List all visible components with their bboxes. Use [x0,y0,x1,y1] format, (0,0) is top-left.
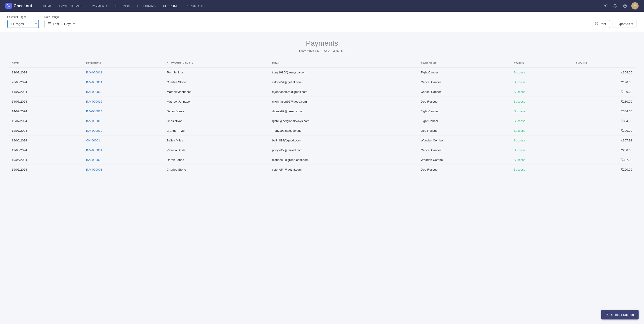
contact-support-button[interactable]: Contact Support [601,310,638,320]
cell-payment[interactable]: CN-00001 [84,136,164,145]
nav-payment-pages[interactable]: PAYMENT PAGES [56,0,88,12]
cell-page: Cancel Cancer [418,145,511,155]
cell-email: pboyle27@cuvod.com [269,145,418,155]
nav-reports[interactable]: REPORTS ▾ [182,0,206,12]
cell-date: 11/07/2024 [9,87,84,97]
navbar: Checkout HOME PAYMENT PAGES PAYMENTS REF… [0,0,644,12]
export-button[interactable]: Export As ▾ [612,20,637,28]
cell-date: 12/07/2024 [9,67,84,77]
date-range-button[interactable]: Last 30 Days ▾ [44,20,78,28]
cell-payment[interactable]: INV-000015 [84,97,164,106]
table-row: 11/07/2024 INV-000009 Mathew Johnason mj… [9,87,635,97]
reports-arrow-icon: ▾ [201,4,202,8]
cell-email: tiony1985@armyspy.com [269,67,418,77]
cell-customer: Tom Jenkins [164,67,269,77]
contact-support-label: Contact Support [611,313,634,317]
table-header: DATE PAYMENT # CUSTOMER NAME ⬍ EMAIL PAG… [9,60,635,67]
cell-date: 19/06/2024 [9,165,84,174]
cell-amount: ₹200.00 [573,145,635,155]
col-header-customer[interactable]: CUSTOMER NAME ⬍ [164,60,269,67]
main-content: Payments From 2024-06-16 to 2024-07-15. … [0,32,644,182]
nav-recurring[interactable]: RECURRING [134,0,159,12]
nav-right [602,2,638,9]
export-arrow-icon: ▾ [631,22,633,26]
table-row: 14/07/2024 INV-000014 Daren Jones djones… [9,106,635,116]
cell-status: Success [511,165,573,174]
col-header-page: PAGE NAME [418,60,511,67]
cell-page: Dog Rescue [418,126,511,136]
table-row: 19/06/2024 INV-000002 Daren Jones djones… [9,155,635,165]
cell-amount: ₹354.00 [573,106,635,116]
nav-home[interactable]: HOME [39,0,56,12]
cell-date: 14/07/2024 [9,106,84,116]
cell-email: djones89@green.com [269,106,418,116]
nav-payments[interactable]: PAYMENTS [88,0,112,12]
table-body: 12/07/2024 INV-000011 Tom Jenkins tiony1… [9,67,635,174]
page-heading: Payments From 2024-06-16 to 2024-07-15. [9,39,635,53]
cell-date: 19/06/2024 [9,136,84,145]
svg-rect-6 [48,22,51,25]
cell-email: djones89@green.com.com [269,155,418,165]
cell-payment[interactable]: INV-000001 [84,145,164,155]
cell-status: Success [511,67,573,77]
payments-table: DATE PAYMENT # CUSTOMER NAME ⬍ EMAIL PAG… [9,60,635,174]
print-icon [595,22,598,26]
payment-pages-select[interactable]: All Pages [7,20,39,28]
notifications-button[interactable] [612,2,619,9]
cell-payment[interactable]: INV-000003 [84,165,164,174]
brand-name: Checkout [14,3,32,8]
settings-button[interactable] [602,2,609,9]
toolbar-left: Payment Pages All Pages ▾ Date Range Las [7,15,78,28]
table-row: 19/06/2024 INV-000001 Patricia Boyle pbo… [9,145,635,155]
help-button[interactable] [622,2,628,9]
cell-payment[interactable]: INV-000004 [84,77,164,87]
print-label: Print [600,22,606,26]
cell-status: Success [511,97,573,106]
table-row: 19/06/2024 CN-00001 Bailey Miles bailmil… [9,136,635,145]
brand-icon [6,3,12,9]
cell-email: mjohnason96@gmail.com [269,87,418,97]
cell-payment[interactable]: INV-000010 [84,116,164,126]
print-button[interactable]: Print [591,20,610,28]
payment-pages-select-wrapper: All Pages ▾ [7,20,39,28]
user-avatar[interactable] [631,2,638,9]
cell-date: 14/07/2024 [9,97,84,106]
cell-customer: Mathew Johnason [164,87,269,97]
cell-page: Fight Cancer [418,67,511,77]
cell-date: 12/07/2024 [9,126,84,136]
cell-amount: ₹307.98 [573,155,635,165]
cell-amount: ₹200.00 [573,165,635,174]
cell-date: 19/06/2024 [9,155,84,165]
col-header-date: DATE [9,60,84,67]
cell-payment[interactable]: INV-000002 [84,155,164,165]
cell-status: Success [511,77,573,87]
cell-page: Fight Cancer [418,106,511,116]
col-header-payment: PAYMENT # [84,60,164,67]
cell-amount: ₹307.98 [573,136,635,145]
toolbar-right: Print Export As ▾ [591,20,637,28]
cell-payment[interactable]: INV-000009 [84,87,164,97]
cell-status: Success [511,126,573,136]
toolbar: Payment Pages All Pages ▾ Date Range Las [0,12,644,32]
cell-status: Success [511,116,573,126]
cell-payment[interactable]: INV-000014 [84,106,164,116]
cell-customer: Charles Stone [164,77,269,87]
date-range-group: Date Range Last 30 Days ▾ [44,15,78,28]
cell-email: cstone54@getint.com [269,165,418,174]
cell-status: Success [511,87,573,97]
cell-amount: ₹100.00 [573,87,635,97]
brand-logo[interactable]: Checkout [6,3,32,9]
cell-status: Success [511,155,573,165]
svg-point-5 [634,4,636,6]
cell-page: Wooden Combo [418,136,511,145]
cell-payment[interactable]: INV-000012 [84,126,164,136]
cell-customer: Daren Jones [164,106,269,116]
nav-coupons[interactable]: COUPONS [160,0,182,12]
date-range-value: Last 30 Days [53,22,72,26]
cell-payment[interactable]: INV-000011 [84,67,164,77]
cell-amount: ₹354.00 [573,116,635,126]
col-header-email: EMAIL [269,60,418,67]
nav-refunds[interactable]: REFUNDS [112,0,134,12]
cell-customer: Brandon Tyler [164,126,269,136]
cell-status: Success [511,145,573,155]
